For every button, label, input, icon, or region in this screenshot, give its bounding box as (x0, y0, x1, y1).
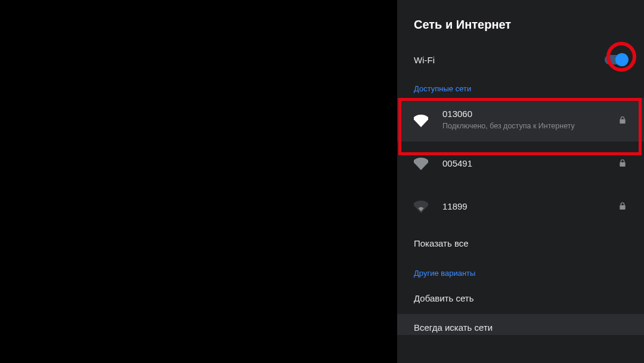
add-network-button[interactable]: Добавить сеть (397, 282, 644, 314)
wifi-toggle[interactable] (605, 55, 627, 64)
show-all-button[interactable]: Показать все (397, 227, 644, 259)
lock-icon (618, 201, 627, 211)
lock-icon (618, 158, 627, 168)
network-item[interactable]: 005491 (397, 141, 644, 184)
wifi-toggle-knob (615, 53, 628, 66)
settings-panel: Сеть и Интернет Wi-Fi Доступные сети (397, 0, 644, 363)
wifi-signal-icon (414, 113, 428, 127)
network-name: 013060 (442, 109, 603, 119)
empty-left-pane (0, 0, 397, 363)
network-list: 013060 Подключено, без доступа к Интерне… (397, 98, 644, 227)
wifi-toggle-row[interactable]: Wi-Fi (397, 45, 644, 75)
wifi-signal-icon (414, 156, 428, 170)
other-options-label: Другие варианты (397, 259, 644, 282)
network-name: 11899 (442, 201, 603, 211)
available-networks-label: Доступные сети (397, 75, 644, 98)
network-name: 005491 (442, 158, 603, 168)
wifi-signal-icon (414, 199, 428, 213)
network-status: Подключено, без доступа к Интернету (442, 121, 580, 131)
lock-icon (618, 115, 627, 125)
wifi-label: Wi-Fi (414, 55, 605, 65)
network-item[interactable]: 013060 Подключено, без доступа к Интерне… (397, 98, 644, 141)
network-item[interactable]: 11899 (397, 184, 644, 227)
always-search-row[interactable]: Всегда искать сети (397, 314, 644, 335)
panel-title: Сеть и Интернет (397, 0, 644, 45)
